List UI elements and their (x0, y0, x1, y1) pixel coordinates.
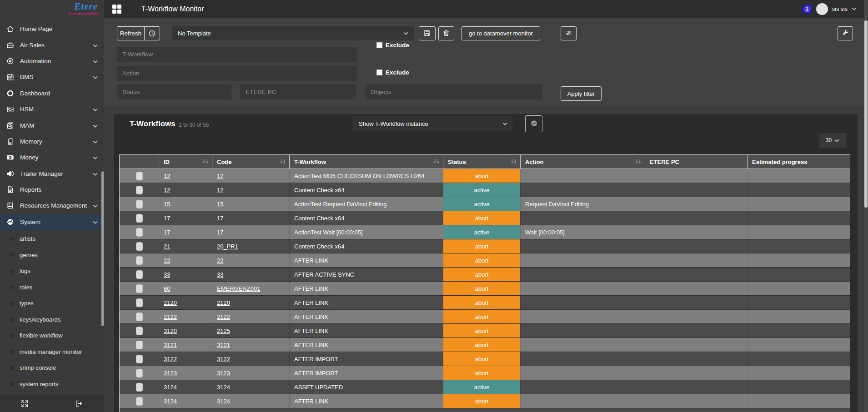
row-id-link[interactable]: 3124 (164, 398, 177, 405)
submenu-item-types[interactable]: types (0, 295, 104, 312)
go-to-datamover-button[interactable]: go to datamover monitor (462, 26, 540, 40)
row-id-link[interactable]: 12 (164, 173, 170, 179)
row-checkbox[interactable] (136, 383, 143, 392)
row-code-link[interactable]: 12 (217, 173, 223, 179)
sidebar-item-money[interactable]: Money (0, 149, 104, 165)
row-checkbox[interactable] (136, 397, 143, 406)
row-id-link[interactable]: 12 (164, 187, 170, 194)
page-scrollbar[interactable] (864, 0, 868, 412)
sidebar-item-automation[interactable]: Automation (0, 53, 104, 69)
row-checkbox[interactable] (136, 298, 143, 307)
row-checkbox[interactable] (136, 313, 143, 321)
sidebar-item-hsm[interactable]: HSM (0, 101, 104, 117)
row-checkbox[interactable] (136, 200, 143, 208)
row-checkbox[interactable] (136, 172, 143, 180)
instance-select[interactable]: Show T-Workflow instance (353, 116, 513, 131)
row-checkbox[interactable] (136, 284, 143, 293)
row-id-link[interactable]: 2120 (164, 299, 177, 306)
row-id-link[interactable]: 3124 (164, 384, 177, 391)
row-id-link[interactable]: 2122 (164, 313, 177, 320)
submenu-item-genres[interactable]: genres (0, 247, 104, 263)
row-code-link[interactable]: 2120 (217, 299, 230, 306)
row-code-link[interactable]: 17 (217, 215, 223, 222)
submenu-item-artists[interactable]: artists (0, 231, 104, 247)
sidebar-item-system[interactable]: System (0, 214, 104, 230)
template-select[interactable]: No Template (172, 26, 414, 40)
sort-icon[interactable] (511, 159, 517, 164)
row-checkbox[interactable] (136, 186, 143, 194)
sidebar-item-home-page[interactable]: Home Page (0, 21, 104, 37)
confirm-button[interactable] (525, 115, 542, 132)
row-id-link[interactable]: 3121 (164, 342, 177, 348)
row-checkbox[interactable] (136, 228, 143, 237)
sort-icon[interactable] (434, 159, 439, 164)
row-checkbox[interactable] (136, 256, 143, 265)
row-checkbox[interactable] (136, 327, 143, 335)
column-header-id[interactable]: ID (159, 155, 212, 169)
sidebar-scrollbar[interactable] (101, 171, 104, 326)
exclude-tworkflow-checkbox[interactable]: Exclude (376, 42, 409, 49)
logout-icon[interactable] (74, 399, 83, 408)
row-id-link[interactable]: 3123 (164, 370, 177, 377)
row-id-link[interactable]: 17 (164, 229, 170, 236)
row-code-link[interactable]: EMERGENZ001 (217, 285, 260, 292)
row-code-link[interactable]: 3124 (217, 398, 230, 405)
user-name[interactable]: sis sis (832, 6, 848, 12)
submenu-item-media-manager-monitor[interactable]: media manager monitor (0, 344, 104, 360)
page-scrollbar-thumb[interactable] (864, 20, 868, 208)
sidebar-item-trailer-manager[interactable]: Trailer Manager (0, 166, 104, 182)
filter-options-button[interactable] (561, 26, 577, 40)
row-code-link[interactable]: 3122 (217, 356, 230, 362)
column-header-action[interactable]: Action (521, 155, 645, 169)
row-code-link[interactable]: 20_PR1 (217, 243, 238, 250)
sidebar-item-mam[interactable]: MAM (0, 117, 104, 133)
row-checkbox[interactable] (136, 270, 143, 279)
refresh-button[interactable]: Refresh (117, 27, 144, 40)
delete-template-button[interactable] (438, 26, 454, 40)
status-filter-input[interactable] (117, 84, 231, 99)
row-id-link[interactable]: 15 (164, 201, 170, 208)
chevron-down-icon[interactable] (852, 7, 857, 10)
row-checkbox[interactable] (136, 355, 143, 363)
submenu-item-snmp-console[interactable]: snmp console (0, 360, 104, 376)
sidebar-item-resources-management[interactable]: Resources Management (0, 198, 104, 213)
sidebar-item-bms[interactable]: BMS (0, 69, 104, 85)
row-code-link[interactable]: 2122 (217, 313, 230, 320)
row-id-link[interactable]: 3122 (164, 356, 177, 362)
page-size-select[interactable]: 30 (819, 133, 846, 148)
submenu-item-keys-keyboards[interactable]: keys/keyboards (0, 312, 104, 328)
column-header-status[interactable]: Status (443, 155, 521, 169)
row-code-link[interactable]: 12 (217, 187, 223, 194)
row-code-link[interactable]: 3121 (217, 342, 230, 348)
submenu-item-system-reports[interactable]: system reports (0, 376, 104, 392)
row-code-link[interactable]: 33 (217, 271, 223, 278)
clock-icon[interactable] (145, 27, 160, 40)
row-code-link[interactable]: 3124 (217, 384, 230, 391)
row-id-link[interactable]: 3120 (164, 328, 177, 334)
row-id-link[interactable]: 21 (164, 243, 170, 250)
etere-pc-filter-input[interactable] (240, 84, 356, 99)
row-code-link[interactable]: 22 (217, 257, 223, 264)
expand-icon[interactable] (20, 399, 29, 408)
sort-icon[interactable] (636, 159, 641, 164)
avatar[interactable] (816, 3, 828, 15)
settings-button[interactable] (838, 26, 853, 40)
row-checkbox[interactable] (136, 341, 143, 349)
exclude-action-checkbox[interactable]: Exclude (376, 69, 409, 76)
row-checkbox[interactable] (136, 369, 143, 377)
row-id-link[interactable]: 22 (164, 257, 170, 264)
column-header-code[interactable]: Code (212, 155, 290, 169)
submenu-item-roles[interactable]: roles (0, 279, 104, 296)
sidebar-item-memory[interactable]: Memory (0, 134, 104, 149)
row-checkbox[interactable] (136, 242, 143, 251)
column-header-t-workflow[interactable]: T-Workflow (290, 155, 443, 169)
sort-icon[interactable] (203, 159, 208, 164)
row-code-link[interactable]: 15 (217, 201, 223, 208)
row-checkbox[interactable] (136, 214, 143, 223)
submenu-item-flexible-workflow[interactable]: flexible workflow (0, 328, 104, 344)
row-code-link[interactable]: 2125 (217, 328, 230, 334)
grid-icon[interactable] (111, 4, 122, 15)
sort-icon[interactable] (280, 159, 286, 164)
sidebar-item-reports[interactable]: Reports (0, 182, 104, 198)
row-id-link[interactable]: 60 (164, 285, 170, 292)
